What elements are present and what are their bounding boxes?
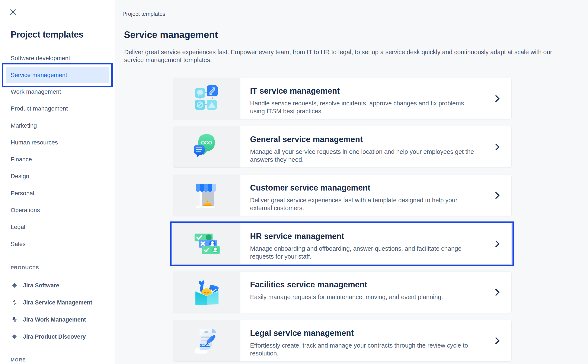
chevron-right-icon[interactable] (494, 336, 500, 345)
page-description: Deliver great service experiences fast. … (124, 48, 568, 64)
page-title: Service management (124, 29, 218, 40)
card-title: Legal service management (250, 329, 479, 338)
product-label: Jira Service Management (23, 299, 92, 306)
more-section-header: MORE (11, 357, 26, 363)
legal-service-management-illustration-icon (193, 327, 221, 355)
card-description: Manage all your service requests in one … (250, 148, 479, 164)
template-card-it-service-management[interactable]: IT service management Handle service req… (173, 78, 511, 119)
card-icon-zone (173, 175, 240, 216)
sidebar-item-sales[interactable]: Sales (0, 235, 115, 252)
card-icon-zone (173, 126, 240, 168)
facilities-service-management-illustration-icon (193, 278, 221, 306)
card-description: Handle service requests, resolve inciden… (250, 99, 479, 115)
sidebar-item-human-resources[interactable]: Human resources (0, 134, 115, 151)
hr-service-management-illustration-icon (193, 230, 221, 258)
it-service-management-illustration-icon (193, 84, 221, 113)
chevron-right-icon[interactable] (494, 191, 500, 200)
product-label: Jira Software (23, 282, 59, 289)
sidebar-item-product-management[interactable]: Product management (0, 100, 115, 117)
template-card-general-service-management[interactable]: General service management Manage all yo… (173, 126, 511, 168)
sidebar-item-jira-service-management[interactable]: Jira Service Management (0, 294, 115, 311)
sidebar-item-design[interactable]: Design (0, 168, 115, 185)
card-description: Effortlessly create, track and manage yo… (250, 342, 479, 358)
card-description: Deliver great service experiences fast w… (250, 196, 479, 212)
sidebar-item-operations[interactable]: Operations (0, 202, 115, 219)
sidebar-item-jira-product-discovery[interactable]: Jira Product Discovery (0, 328, 115, 345)
jira-product-discovery-logo-icon (11, 333, 18, 341)
card-title: General service management (250, 135, 479, 144)
card-body: IT service management Handle service req… (240, 78, 511, 119)
sidebar-item-personal[interactable]: Personal (0, 185, 115, 202)
card-body: Legal service management Effortlessly cr… (240, 320, 511, 361)
template-card-legal-service-management[interactable]: Legal service management Effortlessly cr… (173, 320, 511, 361)
sidebar-item-finance[interactable]: Finance (0, 151, 115, 168)
card-title: Customer service management (250, 183, 479, 192)
card-title: HR service management (250, 232, 479, 241)
card-description: Easily manage requests for maintenance, … (250, 293, 479, 301)
template-card-facilities-service-management[interactable]: Facilities service management Easily man… (173, 272, 511, 313)
template-card-hr-service-management[interactable]: HR service management Manage onboarding … (173, 223, 511, 264)
sidebar-item-marketing[interactable]: Marketing (0, 117, 115, 134)
products-section-header: PRODUCTS (11, 265, 39, 271)
close-icon (9, 8, 17, 17)
sidebar-title: Project templates (11, 29, 84, 40)
close-button[interactable] (9, 9, 17, 16)
product-list: Jira Software Jira Service Management (0, 277, 115, 345)
card-body: Facilities service management Easily man… (240, 272, 511, 313)
jira-service-management-logo-icon (11, 299, 18, 306)
category-list: Software development Service management … (0, 50, 115, 252)
customer-service-management-illustration-icon (193, 181, 221, 209)
card-title: Facilities service management (250, 280, 479, 289)
breadcrumb[interactable]: Project templates (123, 11, 165, 17)
chevron-right-icon[interactable] (494, 239, 500, 248)
product-label: Jira Work Management (23, 316, 86, 323)
general-service-management-illustration-icon (193, 133, 221, 161)
chevron-right-icon[interactable] (494, 94, 500, 103)
sidebar-item-service-management[interactable]: Service management (6, 67, 109, 83)
chevron-right-icon[interactable] (494, 288, 500, 297)
templates-main-panel: Project templates Service management Del… (115, 0, 588, 364)
card-icon-zone (173, 320, 240, 361)
card-icon-zone (173, 223, 240, 264)
card-body: General service management Manage all yo… (240, 126, 511, 168)
sidebar-item-software-development[interactable]: Software development (0, 50, 115, 67)
sidebar-item-work-management[interactable]: Work management (0, 83, 115, 100)
card-icon-zone (173, 272, 240, 313)
project-templates-sidebar: Project templates Software development S… (0, 0, 115, 364)
card-icon-zone (173, 78, 240, 119)
template-card-list: IT service management Handle service req… (173, 78, 511, 361)
chevron-right-icon[interactable] (494, 143, 500, 151)
card-description: Manage onboarding and offboarding, answe… (250, 245, 479, 260)
sidebar-item-jira-software[interactable]: Jira Software (0, 277, 115, 294)
product-label: Jira Product Discovery (23, 333, 86, 340)
jira-software-logo-icon (11, 282, 18, 289)
sidebar-item-jira-work-management[interactable]: Jira Work Management (0, 311, 115, 328)
card-body: HR service management Manage onboarding … (240, 223, 511, 264)
card-body: Customer service management Deliver grea… (240, 175, 511, 216)
template-card-customer-service-management[interactable]: Customer service management Deliver grea… (173, 175, 511, 216)
jira-work-management-logo-icon (11, 316, 18, 324)
card-title: IT service management (250, 86, 479, 96)
sidebar-item-legal[interactable]: Legal (0, 219, 115, 235)
